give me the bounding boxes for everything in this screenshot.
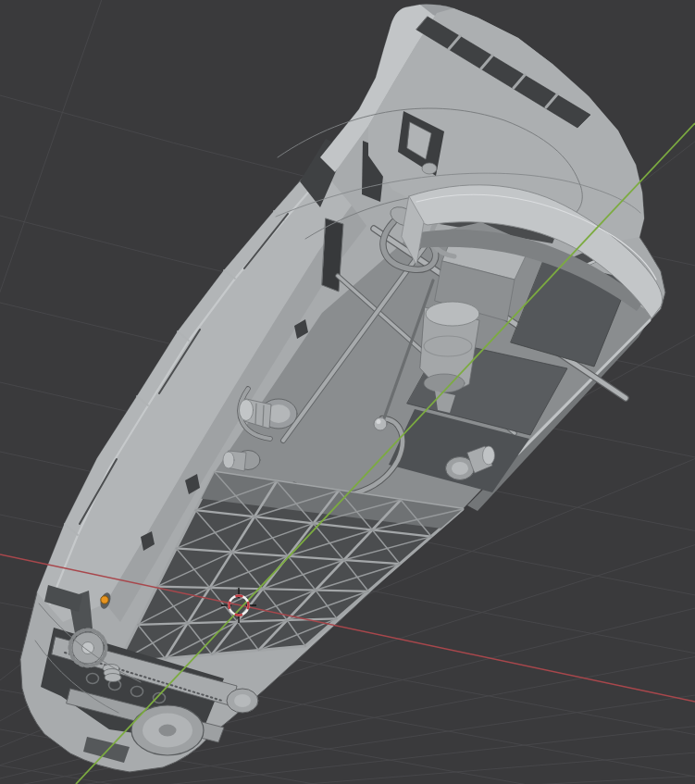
recess-knob — [422, 163, 437, 174]
tank-top — [426, 302, 479, 326]
ball-joint — [374, 417, 387, 430]
viewport-canvas[interactable] — [0, 0, 695, 784]
coupler-end — [223, 452, 234, 468]
coupler-end — [483, 446, 495, 465]
axle-coupler-lower — [223, 451, 260, 472]
coupler-disc-inner — [452, 462, 468, 475]
coupler-end — [240, 400, 254, 421]
ball-joint-highlight — [377, 419, 381, 424]
blender-3d-viewport[interactable] — [0, 0, 695, 784]
wheel-large-hub — [159, 725, 177, 737]
wheel-small-face — [234, 694, 251, 707]
